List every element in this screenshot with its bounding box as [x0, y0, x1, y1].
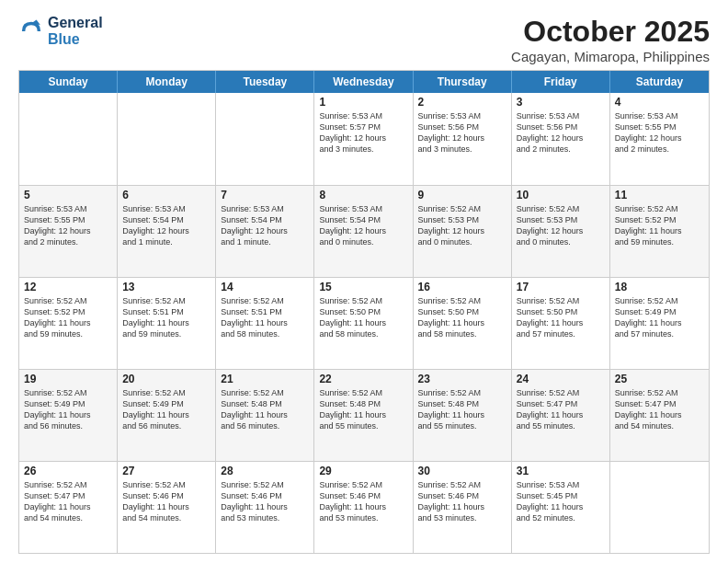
calendar-cell: 23Sunrise: 5:52 AM Sunset: 5:48 PM Dayli…	[414, 370, 512, 461]
calendar-cell: 18Sunrise: 5:52 AM Sunset: 5:49 PM Dayli…	[610, 278, 709, 369]
calendar-cell: 20Sunrise: 5:52 AM Sunset: 5:49 PM Dayli…	[118, 370, 216, 461]
location-subtitle: Cagayan, Mimaropa, Philippines	[511, 49, 710, 64]
calendar-cell: 24Sunrise: 5:52 AM Sunset: 5:47 PM Dayli…	[512, 370, 610, 461]
page: General Blue October 2025 Cagayan, Mimar…	[0, 0, 728, 563]
day-number: 25	[615, 373, 704, 385]
day-info: Sunrise: 5:53 AM Sunset: 5:54 PM Dayligh…	[122, 203, 210, 248]
day-number: 7	[221, 189, 309, 201]
day-info: Sunrise: 5:52 AM Sunset: 5:51 PM Dayligh…	[122, 295, 210, 340]
calendar-week: 5Sunrise: 5:53 AM Sunset: 5:55 PM Daylig…	[19, 185, 709, 277]
logo-icon	[18, 18, 44, 44]
calendar-cell	[118, 93, 216, 185]
weekday-header: Thursday	[414, 71, 512, 93]
calendar-cell: 14Sunrise: 5:52 AM Sunset: 5:51 PM Dayli…	[216, 278, 314, 369]
day-number: 11	[615, 189, 704, 201]
calendar-cell: 11Sunrise: 5:52 AM Sunset: 5:52 PM Dayli…	[610, 186, 709, 277]
day-info: Sunrise: 5:52 AM Sunset: 5:48 PM Dayligh…	[221, 387, 309, 432]
day-number: 5	[24, 189, 112, 201]
calendar-cell: 16Sunrise: 5:52 AM Sunset: 5:50 PM Dayli…	[414, 278, 512, 369]
calendar-cell: 29Sunrise: 5:52 AM Sunset: 5:46 PM Dayli…	[314, 462, 413, 553]
calendar-cell: 7Sunrise: 5:53 AM Sunset: 5:54 PM Daylig…	[216, 186, 314, 277]
calendar-cell: 3Sunrise: 5:53 AM Sunset: 5:56 PM Daylig…	[512, 93, 610, 185]
day-number: 12	[24, 281, 112, 293]
day-number: 18	[615, 281, 704, 293]
header: General Blue October 2025 Cagayan, Mimar…	[18, 15, 710, 64]
calendar-cell: 22Sunrise: 5:52 AM Sunset: 5:48 PM Dayli…	[314, 370, 413, 461]
calendar-week: 26Sunrise: 5:52 AM Sunset: 5:47 PM Dayli…	[19, 461, 709, 553]
calendar-cell: 25Sunrise: 5:52 AM Sunset: 5:47 PM Dayli…	[610, 370, 709, 461]
day-number: 16	[418, 281, 506, 293]
day-number: 30	[418, 465, 506, 477]
day-info: Sunrise: 5:53 AM Sunset: 5:45 PM Dayligh…	[517, 479, 605, 524]
day-info: Sunrise: 5:53 AM Sunset: 5:55 PM Dayligh…	[24, 203, 112, 248]
day-number: 26	[24, 465, 112, 477]
day-number: 9	[418, 189, 506, 201]
day-number: 1	[319, 96, 407, 109]
calendar-cell: 2Sunrise: 5:53 AM Sunset: 5:56 PM Daylig…	[414, 93, 512, 185]
day-info: Sunrise: 5:52 AM Sunset: 5:52 PM Dayligh…	[615, 203, 704, 248]
weekday-header: Friday	[512, 71, 610, 93]
calendar-week: 12Sunrise: 5:52 AM Sunset: 5:52 PM Dayli…	[19, 277, 709, 369]
day-number: 8	[319, 189, 407, 201]
day-info: Sunrise: 5:52 AM Sunset: 5:48 PM Dayligh…	[418, 387, 506, 432]
weekday-header: Tuesday	[216, 71, 314, 93]
calendar-cell: 10Sunrise: 5:52 AM Sunset: 5:53 PM Dayli…	[512, 186, 610, 277]
day-info: Sunrise: 5:52 AM Sunset: 5:47 PM Dayligh…	[615, 387, 704, 432]
day-info: Sunrise: 5:52 AM Sunset: 5:49 PM Dayligh…	[615, 295, 704, 340]
calendar-cell: 26Sunrise: 5:52 AM Sunset: 5:47 PM Dayli…	[19, 462, 118, 553]
calendar-cell: 28Sunrise: 5:52 AM Sunset: 5:46 PM Dayli…	[216, 462, 314, 553]
day-number: 19	[24, 373, 112, 385]
day-info: Sunrise: 5:52 AM Sunset: 5:50 PM Dayligh…	[517, 295, 605, 340]
day-number: 10	[517, 189, 605, 201]
day-info: Sunrise: 5:52 AM Sunset: 5:50 PM Dayligh…	[319, 295, 407, 340]
day-info: Sunrise: 5:52 AM Sunset: 5:46 PM Dayligh…	[319, 479, 407, 524]
calendar-cell: 9Sunrise: 5:52 AM Sunset: 5:53 PM Daylig…	[414, 186, 512, 277]
logo: General Blue	[18, 15, 103, 48]
calendar-body: 1Sunrise: 5:53 AM Sunset: 5:57 PM Daylig…	[19, 93, 709, 553]
calendar-cell: 6Sunrise: 5:53 AM Sunset: 5:54 PM Daylig…	[118, 186, 216, 277]
month-title: October 2025	[511, 15, 710, 49]
day-number: 6	[122, 189, 210, 201]
calendar-cell: 4Sunrise: 5:53 AM Sunset: 5:55 PM Daylig…	[610, 93, 709, 185]
day-number: 21	[221, 373, 309, 385]
day-number: 13	[122, 281, 210, 293]
calendar-cell: 19Sunrise: 5:52 AM Sunset: 5:49 PM Dayli…	[19, 370, 118, 461]
logo-text: General Blue	[48, 15, 103, 48]
day-number: 29	[319, 465, 407, 477]
calendar: SundayMondayTuesdayWednesdayThursdayFrid…	[18, 70, 710, 554]
calendar-cell: 12Sunrise: 5:52 AM Sunset: 5:52 PM Dayli…	[19, 278, 118, 369]
calendar-cell: 1Sunrise: 5:53 AM Sunset: 5:57 PM Daylig…	[314, 93, 413, 185]
calendar-cell	[19, 93, 118, 185]
day-info: Sunrise: 5:52 AM Sunset: 5:46 PM Dayligh…	[122, 479, 210, 524]
day-info: Sunrise: 5:52 AM Sunset: 5:50 PM Dayligh…	[418, 295, 506, 340]
day-number: 23	[418, 373, 506, 385]
calendar-cell: 17Sunrise: 5:52 AM Sunset: 5:50 PM Dayli…	[512, 278, 610, 369]
day-info: Sunrise: 5:52 AM Sunset: 5:46 PM Dayligh…	[418, 479, 506, 524]
day-info: Sunrise: 5:53 AM Sunset: 5:55 PM Dayligh…	[615, 110, 704, 155]
day-info: Sunrise: 5:52 AM Sunset: 5:47 PM Dayligh…	[517, 387, 605, 432]
day-number: 17	[517, 281, 605, 293]
day-number: 15	[319, 281, 407, 293]
title-section: October 2025 Cagayan, Mimaropa, Philippi…	[511, 15, 710, 64]
weekday-header: Sunday	[19, 71, 118, 93]
day-info: Sunrise: 5:52 AM Sunset: 5:49 PM Dayligh…	[122, 387, 210, 432]
weekday-header: Saturday	[610, 71, 709, 93]
calendar-cell: 31Sunrise: 5:53 AM Sunset: 5:45 PM Dayli…	[512, 462, 610, 553]
calendar-cell	[610, 462, 709, 553]
calendar-cell	[216, 93, 314, 185]
day-info: Sunrise: 5:52 AM Sunset: 5:53 PM Dayligh…	[418, 203, 506, 248]
day-info: Sunrise: 5:53 AM Sunset: 5:54 PM Dayligh…	[221, 203, 309, 248]
day-info: Sunrise: 5:53 AM Sunset: 5:54 PM Dayligh…	[319, 203, 407, 248]
day-info: Sunrise: 5:52 AM Sunset: 5:46 PM Dayligh…	[221, 479, 309, 524]
day-number: 22	[319, 373, 407, 385]
day-number: 31	[517, 465, 605, 477]
weekday-header: Wednesday	[314, 71, 413, 93]
calendar-week: 1Sunrise: 5:53 AM Sunset: 5:57 PM Daylig…	[19, 93, 709, 185]
calendar-cell: 13Sunrise: 5:52 AM Sunset: 5:51 PM Dayli…	[118, 278, 216, 369]
day-info: Sunrise: 5:53 AM Sunset: 5:57 PM Dayligh…	[319, 110, 407, 155]
day-number: 14	[221, 281, 309, 293]
calendar-cell: 21Sunrise: 5:52 AM Sunset: 5:48 PM Dayli…	[216, 370, 314, 461]
calendar-week: 19Sunrise: 5:52 AM Sunset: 5:49 PM Dayli…	[19, 369, 709, 461]
calendar-cell: 8Sunrise: 5:53 AM Sunset: 5:54 PM Daylig…	[314, 186, 413, 277]
day-info: Sunrise: 5:52 AM Sunset: 5:49 PM Dayligh…	[24, 387, 112, 432]
